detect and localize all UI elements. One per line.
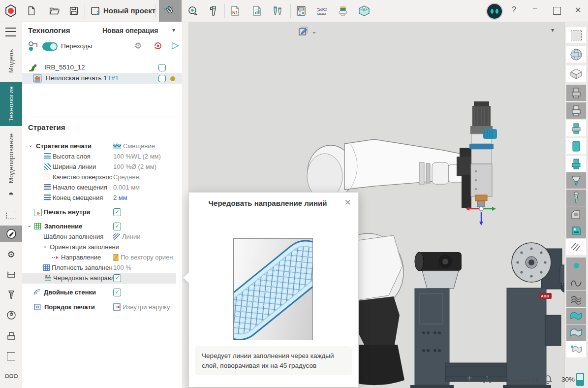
printer-icon[interactable] — [0, 327, 22, 344]
cylinder-band-icon[interactable] — [566, 120, 586, 136]
curve-icon[interactable] — [566, 274, 586, 291]
flag-icon[interactable] — [566, 341, 586, 357]
nc-program-button[interactable]: N1 — [227, 3, 243, 19]
report-button[interactable] — [249, 3, 265, 19]
project-name[interactable]: Новый проект — [103, 6, 155, 15]
tab-modeling[interactable]: Моделирование — [0, 127, 22, 190]
alternate-direction-tooltip: Чередовать направление линий ✕ Чередует … — [188, 192, 359, 388]
checkbox-checked[interactable]: ✓ — [113, 208, 121, 216]
param-row-offset-end[interactable]: Конец смещения 2 мм — [22, 193, 176, 203]
gauge-icon[interactable] — [0, 307, 22, 323]
close-button[interactable]: ✕ — [575, 5, 581, 15]
viewport-edit-dropdown[interactable]: ⌄ — [298, 26, 317, 36]
sphere-view-icon[interactable] — [566, 46, 586, 63]
surfaces-icon[interactable] — [566, 291, 586, 307]
checkbox-checked[interactable]: ✓ — [113, 289, 121, 296]
tool-icon[interactable] — [0, 287, 22, 303]
minimize-button[interactable]: – — [533, 3, 537, 12]
param-row-double-walls[interactable]: Двойные стенки ✓ — [22, 288, 176, 298]
close-icon[interactable]: ✕ — [344, 197, 351, 208]
tree-row-robot[interactable]: IRB_5510_12 — [22, 62, 182, 73]
viewport-dropdown-arrow[interactable]: ▾ — [551, 27, 554, 33]
tree-row-operation[interactable]: Неплоская печать 1 T#1 — [22, 73, 182, 84]
svg-text:2: 2 — [96, 10, 99, 16]
visibility-checkbox[interactable] — [158, 75, 166, 82]
param-row-layer-height[interactable]: Высота слоя 100 %WL (2 мм) — [22, 152, 176, 162]
open-folder-button[interactable] — [46, 3, 62, 19]
csys-triad-icon[interactable] — [483, 375, 492, 384]
param-row-print-inside[interactable]: Печать внутри ✓ — [22, 207, 176, 218]
puck-solid-icon[interactable] — [566, 102, 586, 119]
transitions-toggle[interactable] — [42, 42, 58, 51]
point-icon[interactable] — [566, 258, 586, 274]
layer-height-icon — [44, 153, 51, 160]
checkbox-checked[interactable]: ✓ — [113, 223, 121, 230]
paint-icon[interactable] — [0, 226, 22, 242]
param-row-line-width[interactable]: Ширина линии 100 %Ø (2 мм) — [22, 162, 176, 172]
magnet-snap-button-active[interactable] — [159, 0, 182, 22]
param-row-print-strategy[interactable]: ⌄ Стратегия печати Смещение — [22, 141, 176, 152]
box-view-icon[interactable] — [566, 65, 586, 82]
transitions-icon[interactable] — [28, 41, 40, 52]
settings-icon[interactable]: ⚙ — [0, 246, 22, 263]
menu-icon[interactable] — [5, 28, 16, 36]
transitions-label: Переходы — [61, 42, 92, 50]
workpiece-icon[interactable]: ◐ — [0, 186, 22, 203]
param-row-alternate-direction[interactable]: Чередовать направл ✓ — [22, 273, 176, 284]
help-button[interactable]: ? — [512, 5, 516, 14]
play-icon[interactable]: ▷ — [172, 39, 179, 51]
print-layers-button[interactable] — [335, 3, 351, 19]
measure-tape-button[interactable] — [185, 3, 201, 19]
param-row-infill-orientation[interactable]: ⌄ Ориентация заполнени — [22, 242, 176, 253]
chevron-down-icon[interactable]: ⌄ — [43, 243, 47, 249]
param-row-infill-density[interactable]: Плотность заполнен 100 % — [22, 263, 176, 273]
chevron-down-icon[interactable]: ▾ — [172, 27, 175, 33]
visibility-checkbox[interactable] — [158, 64, 166, 71]
param-row-infill-pattern[interactable]: Шаблон заполнения Линии — [22, 232, 176, 242]
checkbox-checked[interactable]: ✓ — [113, 274, 121, 282]
tab-technology[interactable]: Технология — [0, 82, 22, 126]
cylinder-band2-icon[interactable] — [566, 156, 586, 172]
chevron-down-icon[interactable]: ⌄ — [27, 222, 31, 228]
tab-model[interactable]: Модель — [0, 42, 22, 80]
fixture-teal-icon[interactable] — [566, 222, 586, 238]
param-row-surface-quality[interactable]: Качество поверхнос Среднее — [22, 172, 176, 183]
bell-icon[interactable] — [544, 375, 552, 384]
plus-icon[interactable]: + — [466, 373, 472, 384]
puck-outline-icon[interactable] — [566, 85, 586, 101]
caliper-button[interactable] — [206, 3, 221, 19]
hatch-icon[interactable] — [566, 239, 586, 255]
selection-icon[interactable] — [0, 207, 22, 224]
param-row-direction[interactable]: Направление По вектору ориен — [22, 253, 176, 263]
fit-view-icon[interactable] — [566, 27, 586, 43]
cylinder-icon[interactable] — [566, 138, 586, 154]
surface-teal-icon[interactable] — [566, 308, 586, 324]
project-tab-icon[interactable]: 2 — [88, 3, 103, 19]
chevron-down-icon[interactable]: ⌄ — [28, 142, 32, 148]
machining-cube-button[interactable] — [356, 3, 372, 19]
new-operation-button[interactable]: Новая операция — [102, 27, 158, 34]
puck-teal-icon[interactable] — [566, 172, 586, 189]
fixture-icon[interactable] — [566, 206, 586, 223]
csys-selector[interactable]: Глобальная СК — [494, 376, 539, 384]
param-row-infill[interactable]: ⌄ Заполнение ✓ — [22, 222, 176, 232]
zoom-level[interactable]: 30% — [561, 376, 575, 383]
tools-button[interactable] — [270, 3, 285, 19]
panel-resize-handle[interactable] — [182, 22, 189, 388]
pages-icon[interactable] — [0, 368, 22, 385]
param-row-offset-start[interactable]: Начало смещения 0.001 мм — [22, 183, 176, 193]
param-row-print-order[interactable]: Порядок печати Изнутри наружу — [22, 302, 176, 313]
graphs-button[interactable] — [314, 3, 330, 19]
drill-icon[interactable] — [566, 190, 586, 206]
gear-icon[interactable]: ⚙ — [134, 41, 142, 51]
stock-icon[interactable] — [0, 348, 22, 364]
calculator-button[interactable] — [293, 3, 309, 19]
save-button[interactable] — [66, 3, 82, 19]
recalculate-icon[interactable] — [153, 41, 163, 51]
new-document-button[interactable] — [24, 3, 39, 19]
surface-gray-icon[interactable] — [566, 324, 586, 341]
filament-level-icon[interactable] — [576, 373, 584, 386]
maximize-button[interactable] — [553, 7, 561, 15]
assistant-icon[interactable] — [486, 3, 503, 20]
machine-setup-icon[interactable] — [0, 266, 22, 283]
